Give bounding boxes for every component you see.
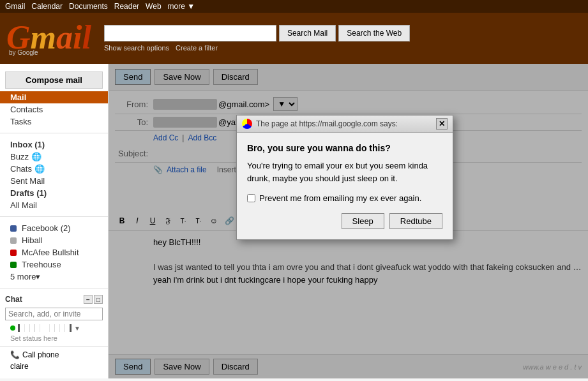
top-nav-bar: Gmail Calendar Documents Reader Web more…: [0, 0, 588, 13]
call-phone-label: Call phone: [22, 350, 59, 359]
search-row: Search Mail Search the Web: [104, 25, 410, 41]
nav-reader[interactable]: Reader: [114, 2, 139, 11]
search-input[interactable]: [104, 25, 276, 41]
dialog-title-left: The page at https://mail.google.com says…: [242, 119, 398, 129]
redtube-button[interactable]: Redtube: [389, 213, 442, 229]
search-web-button[interactable]: Search the Web: [338, 25, 410, 41]
chat-divider: [0, 346, 108, 347]
dialog-chrome-icon: [242, 119, 252, 129]
chat-user-item[interactable]: ██████████ ▼: [0, 323, 108, 333]
chat-section: Chat − □ ██████████ ▼ Set status here 📞 …: [0, 291, 108, 375]
claire-item[interactable]: claire: [0, 361, 108, 372]
sidebar-item-mcafee[interactable]: McAfee Bullshit: [0, 246, 108, 258]
chat-title: Chat: [5, 295, 22, 304]
search-links: Show search options Create a filter: [104, 44, 410, 52]
call-phone-item[interactable]: 📞 Call phone: [0, 349, 108, 361]
alert-dialog: The page at https://mail.google.com says…: [236, 115, 453, 240]
sidebar-divider-2: [0, 216, 108, 217]
sidebar-labels-section: Facebook (2) Hiball McAfee Bullshit Tree…: [0, 220, 108, 285]
sidebar-item-more[interactable]: 5 more▾: [0, 271, 108, 283]
hiball-label-dot: [10, 237, 17, 244]
sidebar-item-inbox[interactable]: Inbox (1): [0, 138, 108, 151]
compose-content: Send Save Now Discard From: ██████████ @…: [109, 64, 588, 378]
sidebar-item-chats[interactable]: Chats 🌐: [0, 163, 108, 175]
chat-username: ██████████: [18, 324, 72, 332]
chat-online-dot: [10, 325, 15, 331]
search-mail-button[interactable]: Search Mail: [279, 25, 336, 41]
sidebar-mail-labels: Inbox (1) Buzz 🌐 Chats 🌐 Sent Mail Draft…: [0, 136, 108, 214]
sidebar-divider-1: [0, 133, 108, 133]
dialog-checkbox-row: Prevent me from emailing my ex ever agai…: [247, 193, 442, 203]
sidebar-item-all[interactable]: All Mail: [0, 199, 108, 211]
sidebar-item-drafts[interactable]: Drafts (1): [0, 187, 108, 199]
sidebar-divider-3: [0, 288, 108, 288]
search-area: Search Mail Search the Web Show search o…: [104, 25, 410, 52]
sidebar-item-hiball[interactable]: Hiball: [0, 234, 108, 246]
sidebar-item-sent[interactable]: Sent Mail: [0, 175, 108, 187]
dialog-question-text: Bro, you sure you wanna do this?: [247, 143, 442, 153]
dialog-close-button[interactable]: ✕: [436, 118, 448, 130]
dialog-buttons: Sleep Redtube: [247, 213, 442, 229]
chat-dropdown-icon[interactable]: ▼: [74, 325, 80, 332]
set-status-text[interactable]: Set status here: [0, 333, 108, 343]
prevent-email-checkbox[interactable]: [247, 194, 255, 202]
sidebar-item-contacts[interactable]: Contacts: [0, 103, 108, 116]
dialog-title-text: The page at https://mail.google.com says…: [256, 119, 398, 128]
dialog-titlebar: The page at https://mail.google.com says…: [237, 116, 453, 133]
sidebar: Compose mail Mail Contacts Tasks Inbox (…: [0, 64, 109, 378]
by-google-text: by Google: [9, 49, 38, 56]
chat-header-buttons: − □: [84, 295, 103, 304]
header: Gmail by Google Search Mail Search the W…: [0, 13, 588, 64]
sidebar-item-tasks[interactable]: Tasks: [0, 116, 108, 128]
chat-minimize-button[interactable]: −: [84, 295, 93, 304]
facebook-label-dot: [10, 225, 17, 232]
sleep-button[interactable]: Sleep: [342, 213, 384, 229]
prevent-email-label: Prevent me from emailing my ex ever agai…: [259, 193, 421, 203]
nav-more[interactable]: more ▼: [168, 2, 195, 11]
nav-documents[interactable]: Documents: [69, 2, 108, 11]
sidebar-item-facebook[interactable]: Facebook (2): [0, 222, 108, 234]
mcafee-label-text: McAfee Bullshit: [22, 248, 79, 257]
sidebar-item-mail[interactable]: Mail: [0, 91, 108, 103]
mcafee-label-dot: [10, 250, 17, 256]
facebook-label-text: Facebook (2): [22, 223, 71, 233]
chat-search-input[interactable]: [5, 308, 103, 320]
sidebar-top: Compose mail Mail Contacts Tasks: [0, 64, 108, 130]
chat-header: Chat − □: [0, 294, 108, 305]
treehouse-label-dot: [10, 262, 17, 268]
chat-search-area: [5, 308, 103, 320]
dialog-body: Bro, you sure you wanna do this? You're …: [237, 133, 453, 239]
sidebar-item-treehouse[interactable]: Treehouse: [0, 258, 108, 271]
compose-mail-button[interactable]: Compose mail: [5, 71, 103, 89]
hiball-label-text: Hiball: [22, 235, 43, 245]
main-area: Compose mail Mail Contacts Tasks Inbox (…: [0, 64, 588, 378]
sidebar-item-buzz[interactable]: Buzz 🌐: [0, 151, 108, 163]
treehouse-label-text: Treehouse: [22, 260, 61, 269]
show-search-options-link[interactable]: Show search options: [104, 44, 169, 52]
create-filter-link[interactable]: Create a filter: [176, 44, 218, 52]
chat-expand-button[interactable]: □: [94, 295, 103, 304]
nav-web[interactable]: Web: [146, 2, 161, 11]
phone-icon: 📞: [10, 350, 20, 359]
nav-gmail[interactable]: Gmail: [5, 2, 25, 11]
dialog-body-text: You're trying to email your ex but you s…: [247, 160, 442, 184]
nav-calendar[interactable]: Calendar: [31, 2, 63, 11]
